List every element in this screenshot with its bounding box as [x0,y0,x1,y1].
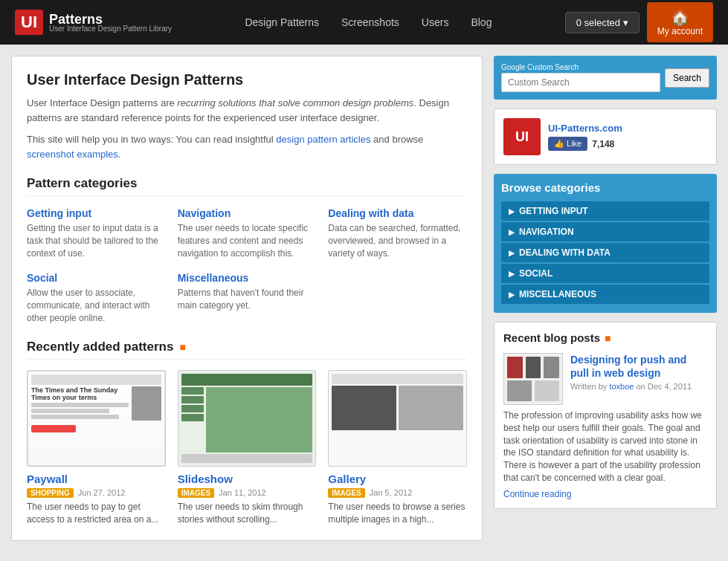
right-panel: Google Custom Search Search UI UI-Patter… [494,56,717,541]
recently-added-title: Recently added patterns ■ [27,340,467,360]
pattern-thumb-paywall: The Times and The Sunday Times on your t… [27,370,166,467]
nav-users[interactable]: Users [422,16,449,28]
blog-post-title: Designing for push and pull in web desig… [570,353,707,380]
my-account-button[interactable]: 🏠 My account [647,2,713,42]
pattern-paywall-tag: SHOPPING [27,488,74,498]
categories-grid: Getting input Getting the user to input … [27,207,467,325]
rss-feed-icon: ■ [605,332,611,344]
intro-text: User Interface Design patterns are recur… [27,96,467,125]
category-dealing-with-data: Dealing with data Data can be searched, … [328,207,467,259]
search-button[interactable]: Search [665,68,709,88]
design-pattern-articles-link[interactable]: design pattern articles [276,134,370,145]
left-panel: User Interface Design Patterns User Inte… [11,56,483,541]
page-title: User Interface Design Patterns [27,71,467,88]
arrow-icon: ▶ [509,249,515,257]
main-container: User Interface Design Patterns User Inte… [0,45,728,552]
my-account-label: My account [657,26,703,36]
like-area: 👍 Like 7,148 [548,137,622,151]
nav-design-patterns[interactable]: Design Patterns [245,16,319,28]
recent-posts-label: Recent blog posts [503,331,600,344]
pattern-gallery-desc: The user needs to browse a series multip… [328,501,467,526]
category-miscellaneous-link[interactable]: Miscellaneous [178,272,249,284]
social-link[interactable]: UI-Patterns.com [548,123,622,134]
nav-screenshots[interactable]: Screenshots [341,16,399,28]
screenshot-examples-link[interactable]: screenshot examples [27,149,118,160]
pattern-paywall-link[interactable]: Paywall [27,473,68,485]
category-miscellaneous: Miscellaneous Patterns that haven't foun… [178,271,317,324]
browse-getting-input[interactable]: ▶ GETTING INPUT [501,201,709,221]
category-navigation-desc: The user needs to locate specific featur… [178,222,317,259]
browse-navigation[interactable]: ▶ NAVIGATION [501,222,709,241]
category-getting-input-desc: Getting the user to input data is a task… [27,222,166,259]
browse-dealing-with-data-label: DEALING WITH DATA [519,247,611,258]
rss-icon: ■ [179,341,185,353]
continue-reading-link[interactable]: Continue reading [503,489,707,499]
selected-button[interactable]: 0 selected ▾ [565,12,640,33]
like-count: 7,148 [592,139,614,149]
category-getting-input: Getting input Getting the user to input … [27,207,166,259]
pattern-slideshow-date: Jan 11, 2012 [219,488,266,497]
browse-categories-title: Browse categories [501,181,709,194]
social-info: UI-Patterns.com 👍 Like 7,148 [548,123,622,151]
category-navigation-link[interactable]: Navigation [178,207,231,219]
pattern-gallery-link[interactable]: Gallery [328,473,366,485]
pattern-slideshow-desc: The user needs to skim through stories w… [178,501,317,526]
house-icon: 🏠 [671,8,689,26]
blog-post-author-link[interactable]: toxboe [609,382,634,391]
pattern-slideshow-meta: IMAGES Jan 11, 2012 [178,488,317,498]
pattern-gallery-tag: IMAGES [328,488,364,498]
blog-post-area: Designing for push and pull in web desig… [503,353,707,409]
category-social: Social Allow the user to associate, comm… [27,271,166,324]
blog-date: on Dec 4, 2011 [634,382,692,391]
patterns-list: The Times and The Sunday Times on your t… [27,370,467,526]
blog-post-title-link[interactable]: Designing for push and pull in web desig… [570,354,686,379]
category-navigation: Navigation The user needs to locate spec… [178,207,317,259]
like-label: Like [567,139,582,148]
pattern-thumb-slideshow [178,370,317,467]
browse-social[interactable]: ▶ SOCIAL [501,264,709,283]
arrow-icon: ▶ [509,207,515,215]
blog-post-thumbnail [503,353,563,405]
category-social-link[interactable]: Social [27,272,57,284]
arrow-icon: ▶ [509,291,515,299]
browse-dealing-with-data[interactable]: ▶ DEALING WITH DATA [501,243,709,262]
search-area: Google Custom Search Search [494,56,717,100]
logo-icon: UI [15,10,43,35]
search-input-wrapper: Google Custom Search [501,63,660,92]
nav-blog[interactable]: Blog [471,16,492,28]
like-button[interactable]: 👍 Like [548,137,587,151]
google-logo: Google Custom Search [501,63,660,71]
recent-posts-title: Recent blog posts ■ [503,331,707,344]
pattern-gallery-meta: IMAGES Jan 5, 2012 [328,488,467,498]
pattern-card-paywall: The Times and The Sunday Times on your t… [27,370,166,526]
pattern-paywall-desc: The user needs to pay to get access to a… [27,501,166,526]
browse-getting-input-label: GETTING INPUT [519,206,588,216]
category-dealing-with-data-desc: Data can be searched, formatted, overvie… [328,222,467,259]
blog-post-description: The profession of improving usability as… [503,409,707,484]
ui-logo-small: UI [503,118,541,155]
pattern-card-slideshow: Slideshow IMAGES Jan 11, 2012 The user n… [178,370,317,526]
category-getting-input-link[interactable]: Getting input [27,207,91,219]
header: UI Patterns User Interface Design Patter… [0,0,728,45]
thumbs-up-icon: 👍 [554,139,567,148]
category-dealing-with-data-link[interactable]: Dealing with data [328,207,413,219]
browse-categories-box: Browse categories ▶ GETTING INPUT ▶ NAVI… [494,174,717,313]
social-box: UI UI-Patterns.com 👍 Like 7,148 [494,108,717,165]
pattern-gallery-date: Jan 5, 2012 [370,488,413,497]
pattern-slideshow-tag: IMAGES [178,488,214,498]
browse-miscellaneous-label: MISCELLANEOUS [519,289,596,299]
pattern-paywall-meta: SHOPPING Jun 27, 2012 [27,488,166,498]
search-input[interactable] [501,73,660,92]
pattern-card-gallery: Gallery IMAGES Jan 5, 2012 The user need… [328,370,467,526]
browse-miscellaneous[interactable]: ▶ MISCELLANEOUS [501,285,709,304]
author-prefix: Written by [570,382,609,391]
logo-area: UI Patterns User Interface Design Patter… [15,10,172,35]
category-miscellaneous-desc: Patterns that haven't found their main c… [178,287,317,312]
pattern-slideshow-link[interactable]: Slideshow [178,473,233,485]
arrow-icon: ▶ [509,228,515,236]
browse-navigation-label: NAVIGATION [519,227,574,237]
logo-subtitle: User Interface Design Pattern Library [49,25,172,33]
recently-added-label: Recently added patterns [27,340,173,354]
logo-brand-text: Patterns User Interface Design Pattern L… [49,12,172,33]
blog-post-content: Designing for push and pull in web desig… [570,353,707,409]
